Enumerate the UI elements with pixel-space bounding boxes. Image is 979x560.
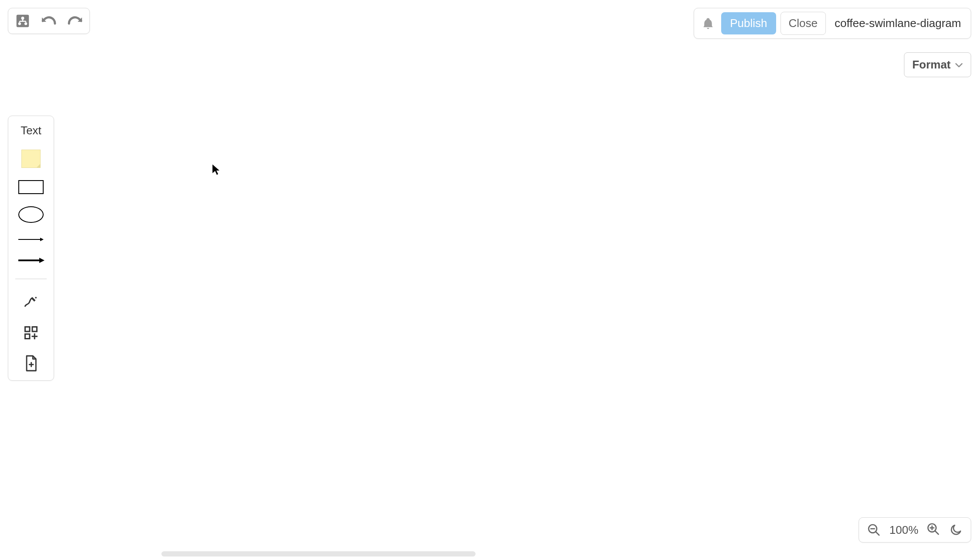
zoom-out-icon (867, 523, 881, 537)
zoom-bar: 100% (859, 517, 972, 543)
mouse-cursor (212, 164, 220, 178)
palette-divider (15, 279, 47, 279)
shapes-library-tool[interactable] (22, 324, 40, 342)
text-tool[interactable]: Text (21, 124, 41, 137)
sitemap-icon (14, 13, 31, 29)
zoom-in-icon (926, 522, 940, 536)
undo-button[interactable] (40, 12, 58, 30)
notifications-button[interactable] (699, 15, 717, 32)
svg-rect-11 (32, 327, 37, 332)
redo-button[interactable] (66, 12, 84, 30)
undo-icon (40, 15, 58, 27)
document-plus-icon (24, 355, 38, 372)
format-label: Format (912, 58, 951, 72)
zoom-level: 100% (890, 523, 919, 537)
moon-icon (949, 523, 963, 537)
svg-rect-10 (25, 327, 30, 332)
dark-mode-button[interactable] (948, 522, 964, 538)
format-button[interactable]: Format (904, 52, 971, 77)
close-button[interactable]: Close (780, 12, 826, 35)
zoom-in-button[interactable] (926, 522, 940, 538)
thick-arrow-tool[interactable] (17, 256, 44, 265)
svg-rect-12 (25, 334, 30, 339)
svg-point-2 (18, 22, 21, 25)
bell-icon (702, 17, 715, 31)
shapes-grid-icon (23, 325, 39, 341)
shape-palette: Text (8, 116, 54, 381)
format-container: Format (904, 52, 971, 77)
template-tool[interactable] (22, 354, 40, 372)
publish-button[interactable]: Publish (721, 12, 776, 34)
sitemap-button[interactable] (14, 12, 32, 30)
rectangle-tool[interactable] (18, 180, 44, 194)
ellipse-tool[interactable] (18, 206, 44, 223)
thin-arrow-tool[interactable] (17, 235, 44, 244)
top-right-toolbar: Publish Close coffee-swimlane-diagram (694, 8, 971, 39)
svg-point-3 (24, 22, 27, 25)
sticky-note-tool[interactable] (21, 150, 41, 168)
svg-point-1 (21, 17, 24, 20)
horizontal-scrollbar[interactable] (161, 551, 476, 557)
svg-line-21 (935, 531, 938, 534)
redo-icon (66, 15, 84, 27)
chevron-down-icon (955, 62, 963, 68)
svg-line-18 (876, 532, 879, 535)
freehand-icon (23, 294, 39, 310)
zoom-out-button[interactable] (866, 522, 882, 538)
freehand-tool[interactable] (22, 293, 40, 311)
top-left-toolbar (8, 8, 90, 34)
document-title: coffee-swimlane-diagram (830, 17, 965, 30)
